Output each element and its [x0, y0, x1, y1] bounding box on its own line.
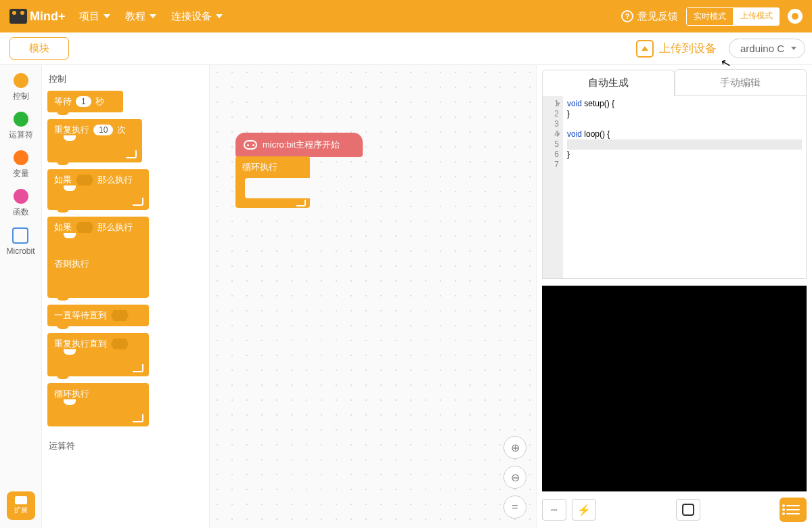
- tab-auto-generate[interactable]: 自动生成: [542, 70, 675, 96]
- code-editor[interactable]: 1 2 3 4 5 6 7 void setup() { } void loop…: [542, 96, 807, 279]
- device-icon-button[interactable]: [676, 499, 700, 521]
- wait-value-input[interactable]: 1: [76, 96, 91, 107]
- workspace-canvas[interactable]: micro:bit主程序开始 循环执行 ⊕ ⊖ =: [210, 65, 536, 528]
- top-bar: Mind+ 项目 教程 连接设备 ? 意见反馈 实时模式 上传模式: [0, 0, 812, 32]
- microbit-icon: [244, 140, 257, 150]
- palette-section-operators: 运算符: [47, 437, 209, 458]
- bottom-dock: ⎓ ⚡: [542, 496, 807, 524]
- chevron-down-icon: [216, 14, 223, 18]
- question-icon: ?: [621, 10, 633, 22]
- repeat-value-input[interactable]: 10: [93, 125, 113, 135]
- block-palette[interactable]: 控制 等待1秒 重复执行10次 如果那么执行 如果那么执行 否则执行 一直等待直…: [42, 65, 210, 528]
- category-control[interactable]: 控制: [13, 73, 29, 102]
- block-forever-instance[interactable]: 循环执行: [235, 156, 310, 208]
- block-if-else[interactable]: 如果那么执行 否则执行: [47, 217, 149, 298]
- condition-input[interactable]: [76, 222, 93, 233]
- recenter-button[interactable]: =: [503, 496, 526, 519]
- tab-manual-edit[interactable]: 手动编辑: [675, 69, 807, 95]
- menu-project[interactable]: 项目: [79, 10, 110, 23]
- code-panel: 自动生成 手动编辑 1 2 3 4 5 6 7 void setup() { }…: [536, 65, 812, 528]
- main-area: 控制 运算符 变量 函数 Microbit 扩展 控制 等待1秒 重复执行10次…: [0, 65, 812, 528]
- category-microbit[interactable]: Microbit: [6, 227, 35, 256]
- category-operators[interactable]: 运算符: [9, 112, 33, 141]
- mode-upload-button[interactable]: 上传模式: [734, 7, 780, 26]
- usb-button[interactable]: ⎓: [542, 499, 566, 521]
- board-icon: [682, 504, 694, 516]
- chevron-down-icon: [150, 14, 156, 18]
- canvas-controls: ⊕ ⊖ =: [503, 436, 526, 519]
- extension-icon: [15, 496, 27, 504]
- category-variables[interactable]: 变量: [13, 150, 29, 179]
- mode-toggle: 实时模式 上传模式: [686, 7, 780, 26]
- category-column: 控制 运算符 变量 函数 Microbit 扩展: [0, 65, 42, 528]
- chip-icon: [12, 227, 28, 244]
- usb-disconnect-button[interactable]: ⚡: [572, 499, 596, 521]
- serial-console[interactable]: [542, 286, 807, 491]
- app-logo: Mind+: [9, 9, 66, 24]
- block-wait[interactable]: 等待1秒: [47, 91, 123, 112]
- language-select[interactable]: arduino C: [729, 39, 805, 58]
- toolbar-row: 模块 上传到设备 arduino C: [0, 32, 812, 65]
- feedback-link[interactable]: ? 意见反馈: [621, 10, 678, 23]
- logo-icon: [9, 9, 27, 24]
- zoom-in-button[interactable]: ⊕: [503, 436, 526, 459]
- mode-realtime-button[interactable]: 实时模式: [686, 7, 734, 26]
- block-if[interactable]: 如果那么执行: [47, 169, 149, 210]
- module-tab[interactable]: 模块: [9, 37, 69, 60]
- code-content: void setup() { } void loop() { }: [563, 96, 806, 278]
- palette-section-control: 控制: [47, 70, 209, 91]
- chevron-down-icon: [104, 14, 110, 18]
- upload-icon: [636, 40, 654, 58]
- block-forever[interactable]: 循环执行: [47, 383, 149, 426]
- category-functions[interactable]: 函数: [13, 189, 29, 218]
- menu-tutorial[interactable]: 教程: [125, 10, 156, 23]
- hat-block-microbit-start[interactable]: micro:bit主程序开始: [235, 133, 363, 157]
- menu-list-button[interactable]: [780, 498, 807, 522]
- menu-connect-device[interactable]: 连接设备: [171, 10, 223, 23]
- zoom-out-button[interactable]: ⊖: [503, 466, 526, 489]
- condition-input[interactable]: [111, 338, 129, 349]
- brand-name: Mind+: [30, 9, 66, 24]
- block-repeat-until[interactable]: 重复执行直到: [47, 333, 149, 376]
- condition-input[interactable]: [111, 310, 129, 321]
- block-wait-until[interactable]: 一直等待直到: [47, 305, 149, 326]
- extensions-button[interactable]: 扩展: [7, 491, 35, 520]
- gear-icon[interactable]: [788, 9, 803, 24]
- line-gutter: 1 2 3 4 5 6 7: [543, 96, 563, 278]
- script-stack[interactable]: micro:bit主程序开始 循环执行: [235, 133, 363, 208]
- upload-to-device-button[interactable]: 上传到设备: [636, 40, 717, 58]
- block-repeat-n[interactable]: 重复执行10次: [47, 119, 142, 162]
- condition-input[interactable]: [76, 175, 93, 185]
- code-tabs: 自动生成 手动编辑: [542, 69, 807, 96]
